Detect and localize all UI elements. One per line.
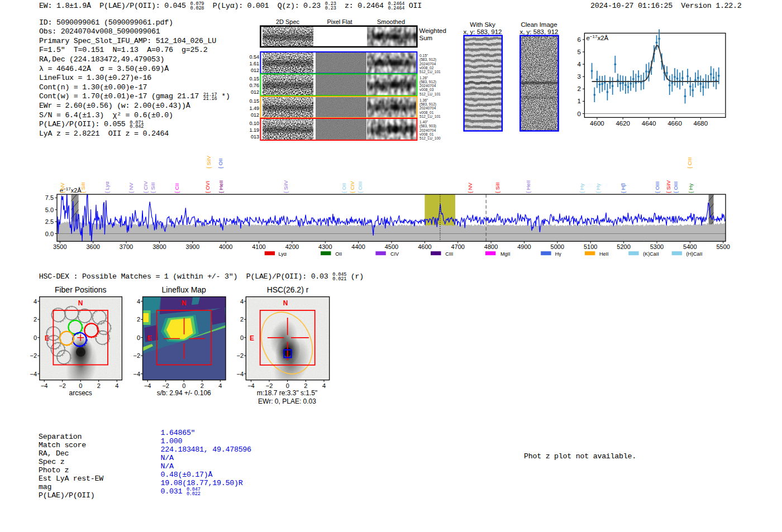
svg-text:OII: OII [335, 251, 342, 257]
svg-text:4: 4 [137, 298, 140, 305]
svg-text:{ SiIV: { SiIV [283, 180, 289, 193]
svg-text:(K)CaII: (K)CaII [643, 251, 659, 257]
svg-text:{ SiIV: { SiIV [665, 180, 671, 193]
svg-text:−4: −4 [133, 371, 140, 377]
svg-text:−2: −2 [162, 382, 169, 389]
svg-text:{ HeII: { HeII [525, 180, 531, 193]
svg-text:5400: 5400 [683, 243, 697, 250]
svg-text:{ OIII: { OIII [673, 181, 679, 193]
svg-text:Lineflux Map: Lineflux Map [162, 285, 207, 294]
svg-text:0: 0 [137, 334, 140, 341]
svg-text:{ CIV: { CIV [142, 181, 149, 193]
svg-text:4: 4 [240, 298, 244, 305]
svg-text:4: 4 [577, 61, 581, 68]
svg-text:Hγ: Hγ [555, 251, 561, 257]
svg-text:CIV: CIV [390, 251, 399, 257]
svg-text:{ SiII: { SiII [150, 183, 156, 194]
svg-text:{ OVI: { OVI [204, 181, 211, 193]
svg-text:4500: 4500 [385, 243, 398, 250]
svg-text:MgII: MgII [500, 251, 511, 257]
svg-text:{ OII: { OII [341, 183, 347, 193]
svg-text:−4: −4 [144, 382, 151, 389]
svg-text:N: N [182, 299, 187, 307]
svg-text:{ NV: { NV [128, 182, 134, 193]
svg-text:5200: 5200 [617, 243, 630, 250]
svg-text:−2: −2 [30, 352, 37, 359]
svg-text:0: 0 [286, 382, 289, 389]
svg-text:N: N [78, 299, 83, 307]
svg-text:4: 4 [218, 382, 222, 389]
svg-text:{ Lyα: { Lyα [104, 181, 110, 193]
svg-text:s/b: 2.94 +/- 0.106: s/b: 2.94 +/- 0.106 [157, 389, 211, 397]
svg-text:−2: −2 [236, 352, 244, 359]
svg-text:4: 4 [322, 382, 326, 389]
svg-text:1: 1 [577, 98, 580, 104]
svg-text:m:18.7 re:3.3" s:1.5": m:18.7 re:3.3" s:1.5" [257, 389, 318, 397]
svg-text:4620: 4620 [616, 120, 630, 127]
svg-text:3900: 3900 [186, 243, 199, 250]
svg-text:−4: −4 [30, 371, 37, 377]
svg-text:4600: 4600 [590, 120, 604, 127]
svg-text:Lyα: Lyα [279, 251, 287, 257]
svg-text:2: 2 [34, 316, 37, 323]
svg-text:0.0: 0.0 [45, 231, 54, 237]
svg-text:EWr: 0, PLAE: 0.03: EWr: 0, PLAE: 0.03 [258, 397, 316, 405]
svg-text:3: 3 [577, 73, 580, 80]
svg-text:{ SiII: { SiII [80, 183, 86, 194]
svg-text:{ Hγ: { Hγ [688, 183, 694, 193]
svg-text:5500: 5500 [716, 243, 729, 250]
svg-text:{ SiIV: { SiIV [206, 155, 212, 169]
svg-text:{ Hβ: { Hβ [620, 183, 626, 193]
svg-text:2: 2 [577, 85, 580, 92]
svg-text:HSC(26.2) r: HSC(26.2) r [267, 285, 309, 294]
svg-text:3700: 3700 [120, 243, 133, 250]
svg-text:2.5: 2.5 [45, 218, 54, 225]
svg-text:arcsecs: arcsecs [69, 389, 92, 397]
svg-text:5.0: 5.0 [45, 207, 54, 213]
svg-text:4800: 4800 [484, 243, 498, 250]
svg-text:4700: 4700 [451, 243, 464, 250]
svg-text:E: E [147, 334, 152, 342]
svg-text:0: 0 [34, 334, 37, 341]
svg-text:N: N [283, 299, 288, 307]
svg-text:{ CII: { CII [174, 183, 180, 193]
svg-text:{ SiII: { SiII [494, 183, 500, 194]
svg-text:4600: 4600 [418, 243, 431, 250]
svg-text:(H)CaII: (H)CaII [686, 251, 703, 257]
svg-text:4: 4 [115, 382, 118, 389]
svg-text:2: 2 [201, 382, 204, 389]
svg-text:3600: 3600 [86, 243, 99, 250]
svg-text:−2: −2 [59, 382, 66, 389]
svg-text:4680: 4680 [694, 120, 708, 127]
svg-text:{ NV: { NV [467, 182, 473, 193]
svg-text:{ NV: { NV [59, 182, 65, 193]
svg-text:{ OIII: { OIII [357, 181, 363, 193]
svg-text:0: 0 [79, 382, 82, 389]
svg-text:2: 2 [97, 382, 101, 389]
svg-text:7.5: 7.5 [45, 194, 54, 201]
svg-text:4900: 4900 [517, 243, 531, 250]
svg-text:4200: 4200 [285, 243, 299, 250]
svg-text:E: E [45, 334, 49, 342]
svg-text:5100: 5100 [584, 243, 597, 250]
svg-text:{ OIII: { OIII [654, 181, 660, 193]
svg-text:5300: 5300 [650, 243, 664, 250]
svg-text:0: 0 [240, 334, 244, 341]
svg-text:E: E [250, 334, 254, 342]
svg-text:6: 6 [577, 36, 580, 43]
svg-text:−4: −4 [247, 382, 255, 389]
svg-text:{ CIV: { CIV [349, 181, 355, 193]
svg-text:{ OII: { OII [217, 159, 223, 169]
svg-text:{ CIII: { CIII [686, 157, 693, 169]
svg-text:5: 5 [577, 49, 580, 55]
svg-text:4640: 4640 [642, 120, 656, 127]
svg-text:−4: −4 [236, 371, 244, 377]
svg-text:{ HeII: { HeII [218, 180, 224, 193]
svg-text:4000: 4000 [219, 243, 232, 250]
svg-text:4660: 4660 [667, 120, 682, 127]
svg-text:4300: 4300 [318, 243, 332, 250]
svg-text:2: 2 [240, 316, 244, 323]
svg-text:5000: 5000 [551, 243, 564, 250]
svg-text:3800: 3800 [152, 243, 166, 250]
svg-text:2: 2 [137, 316, 140, 323]
